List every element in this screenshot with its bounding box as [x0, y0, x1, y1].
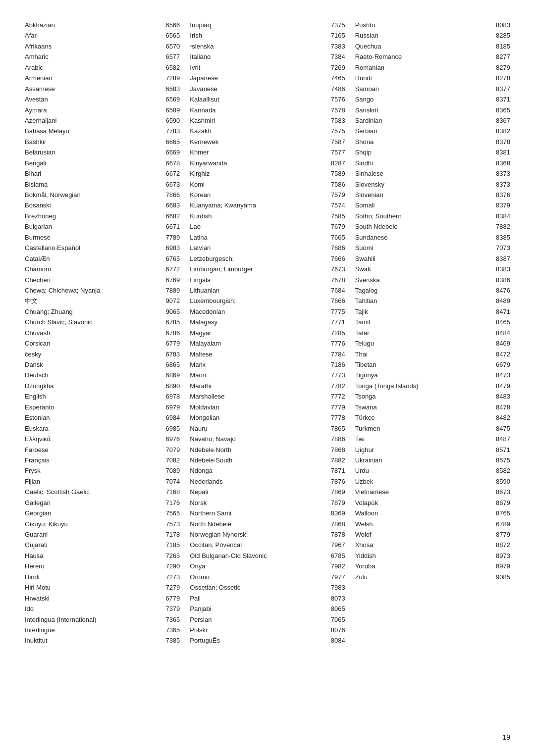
language-code: 7577 [323, 147, 345, 157]
language-name: Norsk [190, 498, 322, 508]
language-code: 6566 [158, 20, 180, 30]
language-name: Deutsch [25, 370, 158, 380]
language-name: Azerhaijani [25, 115, 158, 126]
language-name: Japanese [190, 73, 322, 83]
language-code: 8482 [488, 412, 510, 423]
table-row: Russian8285 [355, 30, 510, 41]
table-row: Brezhoneg6682 [25, 211, 180, 221]
language-name: Northern Sami [190, 508, 322, 518]
language-name: North Ndebele [190, 519, 322, 529]
language-code: 7279 [158, 582, 180, 593]
language-name: Tigrinya [355, 370, 488, 380]
table-row: CatalÆn6765 [25, 253, 180, 264]
column-1: Abkhazian6566Afar6565Afrikaans6570Amhari… [25, 20, 185, 646]
language-code: 7778 [323, 412, 345, 423]
language-code: 6570 [158, 41, 180, 51]
language-name: Kashmiri [190, 115, 322, 126]
table-row: Magyar7285 [190, 328, 345, 338]
language-code: 6772 [158, 264, 180, 274]
language-name: Khmer [190, 147, 322, 157]
language-name: česky [25, 349, 158, 359]
language-code: 6983 [158, 243, 180, 253]
table-row: Hiri Motu7279 [25, 582, 180, 593]
table-row: Occitan; Pòvencal7967 [190, 540, 345, 550]
language-name: Frysk [25, 465, 158, 476]
table-row: Faroese7079 [25, 445, 180, 455]
language-code: 7977 [323, 572, 345, 582]
language-name: Maori [190, 370, 322, 380]
language-code: 7678 [323, 275, 345, 285]
language-name: Persian [190, 614, 322, 625]
language-code: 6678 [158, 158, 180, 168]
language-name: Suomi [355, 243, 488, 253]
language-name: Marshallese [190, 391, 322, 402]
table-row: North Ndebele7868 [190, 519, 345, 529]
language-code: 6665 [158, 137, 180, 147]
language-code: 7583 [323, 115, 345, 126]
language-name: Tatar [355, 328, 488, 338]
language-name: Tagalog [355, 285, 488, 296]
table-row: Svenska8386 [355, 275, 510, 285]
language-code: 6565 [158, 30, 180, 41]
language-code: 6673 [158, 179, 180, 190]
language-code: 7365 [158, 625, 180, 635]
language-code: 7273 [158, 572, 180, 582]
table-row: Pali8073 [190, 593, 345, 604]
language-name: Raeto-Romance [355, 51, 488, 62]
language-name: Faroese [25, 445, 158, 455]
table-row: Euskara6985 [25, 423, 180, 434]
table-row: Romanian8279 [355, 62, 510, 73]
language-code: 7868 [323, 445, 345, 455]
language-name: Bengali [25, 158, 158, 168]
table-row: Twi8487 [355, 434, 510, 444]
table-row: Polski8076 [190, 625, 345, 635]
table-row: Slovenian8376 [355, 190, 510, 200]
language-name: Inuktitut [25, 635, 158, 646]
language-name: Limburgan; Limburger [190, 264, 322, 274]
language-name: Korean [190, 190, 322, 200]
table-row: Ukrainian8575 [355, 455, 510, 465]
language-name: Letzeburgesch; [190, 253, 322, 264]
table-row: Norsk7879 [190, 498, 345, 508]
language-name: Ndonga [190, 465, 322, 476]
language-name: Kalaallisut [190, 94, 322, 104]
table-row: Maltese7784 [190, 349, 345, 359]
table-row: Castellano·Español6983 [25, 243, 180, 253]
language-code: 8979 [488, 561, 510, 571]
table-row: Telugu8469 [355, 338, 510, 349]
language-code: 8378 [488, 137, 510, 147]
language-name: Quechua [355, 41, 488, 51]
language-name: Romanian [355, 62, 488, 73]
language-name: Estonian [25, 412, 158, 423]
table-row: Gaelic; Scottish Gaelic7168 [25, 487, 180, 497]
language-name: Slovenian [355, 190, 488, 200]
language-name: Twi [355, 434, 488, 444]
table-row: South Ndebele7882 [355, 221, 510, 232]
language-code: 7082 [158, 455, 180, 465]
language-name: Moldavian [190, 402, 322, 412]
table-row: Nepali7869 [190, 487, 345, 497]
language-name: Kinyarwanda [190, 158, 322, 168]
language-name: Pushto [355, 20, 488, 30]
language-name: Kazakh [190, 126, 322, 136]
language-name: Fijian [25, 476, 158, 487]
table-row: Kalaallisut7576 [190, 94, 345, 104]
language-name: Tahitian [355, 296, 488, 306]
table-row: Deutsch6869 [25, 370, 180, 380]
language-name: Svenska [355, 275, 488, 285]
language-name: CatalÆn [25, 253, 158, 264]
table-row: Latina7665 [190, 232, 345, 243]
table-row: Gujarati7185 [25, 540, 180, 550]
table-row: Swahili8387 [355, 253, 510, 264]
language-code: 7186 [323, 359, 345, 370]
language-code: 7465 [323, 73, 345, 83]
language-code: 8279 [488, 62, 510, 73]
table-row: Türkçe8482 [355, 412, 510, 423]
table-row: Zulu9085 [355, 572, 510, 582]
language-name: Chuvash [25, 328, 158, 338]
language-name: Sinhalese [355, 168, 488, 179]
language-code: 7789 [158, 232, 180, 243]
table-row: Welsh6789 [355, 519, 510, 529]
language-name: Tibetan [355, 359, 488, 370]
table-row: Lao7679 [190, 221, 345, 232]
